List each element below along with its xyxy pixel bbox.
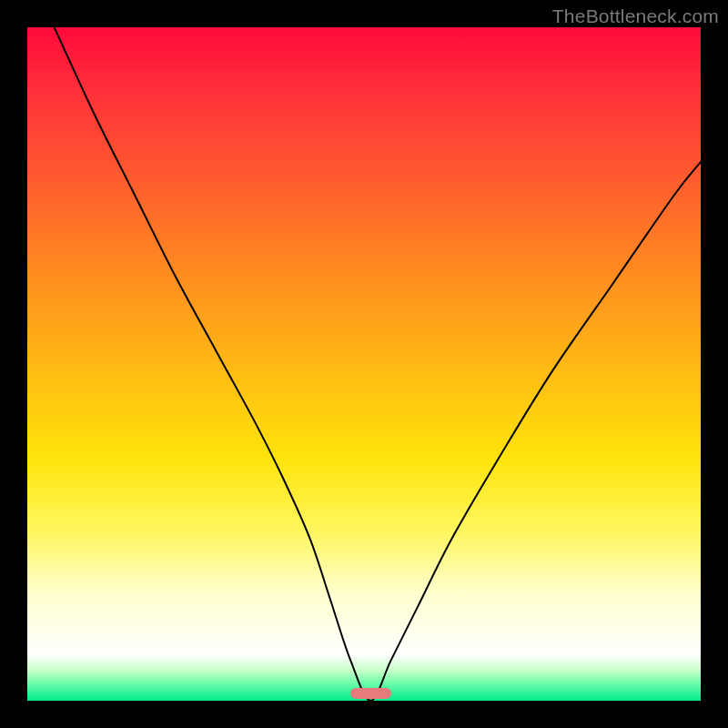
optimal-marker	[350, 688, 390, 699]
watermark-text: TheBottleneck.com	[552, 5, 719, 27]
plot-area	[27, 27, 701, 701]
bottleneck-curve	[27, 27, 701, 701]
chart-frame: TheBottleneck.com	[0, 0, 728, 728]
